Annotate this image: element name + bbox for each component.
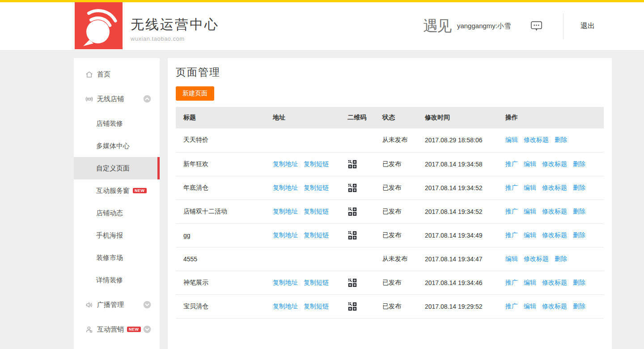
modified-time-cell: 2017.08.14 19:34:46 [417, 271, 498, 294]
edit-link[interactable]: 编辑 [505, 255, 518, 262]
address-cell [265, 128, 340, 152]
copy-shortlink-link[interactable]: 复制短链 [304, 208, 329, 215]
copy-shortlink-link[interactable]: 复制短链 [304, 231, 329, 238]
address-cell: 复制地址复制短链 [265, 294, 340, 318]
copy-url-link[interactable]: 复制地址 [273, 160, 298, 167]
rename-link[interactable]: 修改标题 [542, 160, 567, 167]
qrcode-cell [340, 176, 375, 200]
qr-code-icon[interactable] [347, 159, 357, 169]
logout-link[interactable]: 退出 [580, 21, 595, 31]
sidebar-item-service-window[interactable]: 互动服务窗NEW [74, 179, 160, 202]
sidebar-item-custom-page[interactable]: 自定义页面 [74, 157, 160, 179]
delete-link[interactable]: 删除 [555, 136, 567, 143]
sidebar-item-detail-decorate[interactable]: 详情装修 [74, 269, 160, 291]
delete-link[interactable]: 删除 [555, 255, 567, 262]
modified-time-cell: 2017.08.14 19:34:52 [417, 176, 498, 200]
new-page-button[interactable]: 新建页面 [176, 86, 214, 101]
copy-url-link[interactable]: 复制地址 [273, 231, 298, 238]
chevron-down-icon[interactable] [143, 325, 152, 335]
promote-link[interactable]: 推广 [505, 160, 518, 167]
rename-link[interactable]: 修改标题 [542, 231, 567, 238]
rename-link[interactable]: 修改标题 [524, 255, 549, 262]
delete-link[interactable]: 删除 [573, 208, 585, 215]
qrcode-cell [340, 247, 375, 271]
promote-link[interactable]: 推广 [505, 184, 518, 191]
copy-shortlink-link[interactable]: 复制短链 [304, 279, 329, 286]
table-row: 天天特价从未发布2017.08.29 18:58:06编辑修改标题删除 [176, 128, 604, 152]
promote-link[interactable]: 推广 [505, 231, 518, 238]
qrcode-cell [340, 294, 375, 318]
address-cell: 复制地址复制短链 [265, 223, 340, 247]
username: yanggangmy:小雪 [457, 22, 511, 30]
edit-link[interactable]: 编辑 [524, 302, 536, 310]
table-body: 天天特价从未发布2017.08.29 18:58:06编辑修改标题删除新年狂欢复… [176, 128, 604, 318]
content-panel: 页面管理 新建页面 标题地址二维码状态修改时间操作 天天特价从未发布2017.0… [168, 58, 612, 349]
sidebar-item-label: 首页 [97, 70, 110, 79]
sidebar-item-interactive-marketing[interactable]: 互动营销NEW [74, 318, 160, 340]
sidebar-item-media-center[interactable]: 多媒体中心 [74, 135, 160, 157]
sidebar-item-home[interactable]: 首页 [74, 63, 160, 85]
page-title-cell: 店铺双十二活动 [176, 200, 265, 223]
actions-cell: 推广编辑修改标题删除 [498, 223, 604, 247]
modified-time-cell: 2017.08.29 18:58:06 [417, 128, 498, 152]
copy-url-link[interactable]: 复制地址 [273, 184, 298, 191]
column-header: 标题 [176, 107, 265, 128]
column-header: 地址 [265, 107, 340, 128]
sidebar-item-broadcast-manage[interactable]: 广播管理 [74, 294, 160, 316]
message-bubble-icon[interactable] [530, 21, 542, 32]
copy-url-link[interactable]: 复制地址 [273, 208, 298, 215]
delete-link[interactable]: 删除 [573, 279, 585, 286]
edit-link[interactable]: 编辑 [524, 231, 536, 238]
status-cell: 已发布 [375, 152, 417, 176]
edit-link[interactable]: 编辑 [505, 136, 518, 143]
edit-link[interactable]: 编辑 [524, 279, 536, 286]
sidebar-item-mobile-poster[interactable]: 手机海报 [74, 224, 160, 247]
rename-link[interactable]: 修改标题 [542, 208, 567, 215]
qr-code-icon[interactable] [347, 278, 357, 288]
promote-link[interactable]: 推广 [505, 279, 518, 286]
sidebar-item-wireless-shop[interactable]: 无线店铺 [74, 88, 160, 110]
qr-code-icon[interactable] [347, 183, 357, 193]
app-subtitle: wuxian.taobao.com [131, 35, 219, 42]
promote-link[interactable]: 推广 [505, 302, 518, 310]
sidebar-item-shop-news[interactable]: 店铺动态 [74, 202, 160, 224]
sidebar-item-shop-decorate[interactable]: 店铺装修 [74, 112, 160, 135]
address-cell: 复制地址复制短链 [265, 176, 340, 200]
copy-shortlink-link[interactable]: 复制短链 [304, 184, 329, 191]
table-row: 年底清仓复制地址复制短链已发布2017.08.14 19:34:52推广编辑修改… [176, 176, 604, 200]
delete-link[interactable]: 删除 [573, 184, 585, 191]
chevron-down-icon[interactable] [143, 300, 152, 311]
rename-link[interactable]: 修改标题 [542, 184, 567, 191]
edit-link[interactable]: 编辑 [524, 208, 536, 215]
edit-link[interactable]: 编辑 [524, 184, 536, 191]
delete-link[interactable]: 删除 [573, 302, 585, 310]
sidebar-item-label: 自定义页面 [96, 164, 130, 173]
sidebar-item-label: 店铺装修 [96, 119, 123, 128]
chevron-up-icon[interactable] [143, 94, 152, 105]
modified-time-cell: 2017.08.14 19:34:52 [417, 200, 498, 223]
copy-url-link[interactable]: 复制地址 [273, 302, 298, 310]
copy-shortlink-link[interactable]: 复制短链 [304, 302, 329, 310]
status-cell: 从未发布 [375, 128, 417, 152]
qr-code-icon[interactable] [347, 230, 357, 240]
delete-link[interactable]: 删除 [573, 231, 585, 238]
rename-link[interactable]: 修改标题 [542, 279, 567, 286]
delete-link[interactable]: 删除 [573, 160, 585, 167]
edit-link[interactable]: 编辑 [524, 160, 536, 167]
address-cell: 复制地址复制短链 [265, 152, 340, 176]
new-badge: NEW [127, 327, 141, 332]
actions-cell: 编辑修改标题删除 [498, 247, 604, 271]
status-cell: 已发布 [375, 223, 417, 247]
speech-bubble-wifi-icon [75, 2, 123, 49]
copy-url-link[interactable]: 复制地址 [273, 279, 298, 286]
rename-link[interactable]: 修改标题 [524, 136, 549, 143]
rename-link[interactable]: 修改标题 [542, 302, 567, 310]
qr-code-icon[interactable] [347, 302, 357, 311]
sidebar-item-decorate-market[interactable]: 装修市场 [74, 247, 160, 269]
copy-shortlink-link[interactable]: 复制短链 [304, 160, 329, 167]
page-title-cell: gg [176, 223, 265, 247]
actions-cell: 推广编辑修改标题删除 [498, 294, 604, 318]
qr-code-icon[interactable] [347, 207, 357, 217]
table-row: 店铺双十二活动复制地址复制短链已发布2017.08.14 19:34:52推广编… [176, 200, 604, 223]
promote-link[interactable]: 推广 [505, 208, 518, 215]
